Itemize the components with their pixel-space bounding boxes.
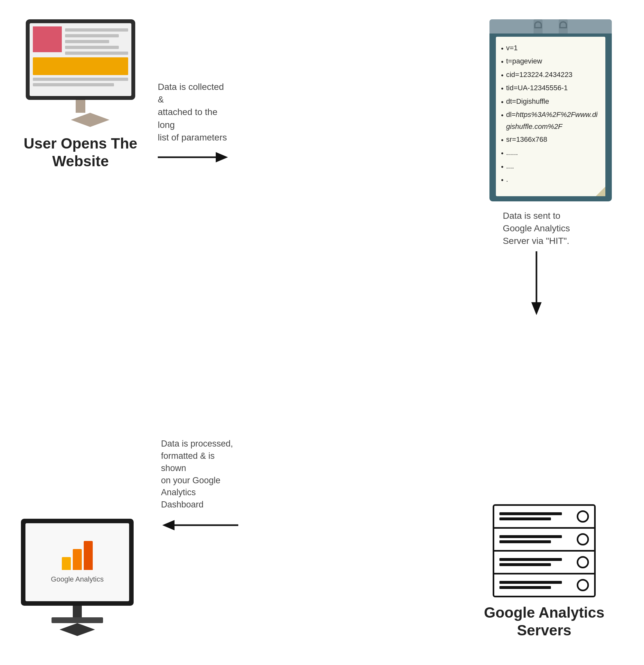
screen-line	[65, 52, 128, 55]
screen-text-lines	[65, 26, 128, 55]
screen-yellow-block	[33, 57, 128, 75]
arrow-down-svg	[527, 251, 546, 316]
list-item: •sr=1366x768	[501, 133, 600, 146]
list-item: •dt=Digishuffle	[501, 95, 600, 108]
arrow-down-label: Data is sent to Google Analytics Server …	[503, 209, 570, 247]
server-line	[500, 540, 551, 543]
server-lines	[500, 535, 573, 543]
user-opens-website-title: User Opens The Website	[13, 135, 148, 170]
clipboard: •v=1 •t=pageview •cid=123224.2434223 •ti…	[489, 19, 612, 202]
arrow-data-sent: Data is sent to Google Analytics Server …	[503, 209, 570, 317]
server-circle	[577, 533, 589, 546]
ga-foot-left	[60, 623, 77, 636]
svg-marker-5	[162, 520, 175, 530]
ga-foot-right	[77, 623, 95, 636]
list-item: •......	[501, 147, 600, 159]
list-item: •.	[501, 173, 600, 186]
ga-bar-3	[84, 541, 93, 570]
server-lines	[500, 581, 573, 589]
clipboard-clip-right	[559, 19, 568, 34]
list-item: •tid=UA-12345556-1	[501, 82, 600, 94]
svg-marker-3	[531, 302, 542, 315]
clipboard-paper: •v=1 •t=pageview •cid=123224.2434223 •ti…	[496, 37, 605, 196]
list-item: •v=1	[501, 42, 600, 54]
ga-screen-label: Google Analytics	[51, 575, 104, 584]
clipboard-top	[489, 19, 612, 34]
ga-monitor-outer: Google Analytics	[21, 519, 134, 606]
ga-stand-base	[52, 617, 103, 623]
screen-bottom-lines	[33, 78, 128, 86]
server-line	[500, 517, 551, 520]
arrow-right-svg	[158, 148, 229, 167]
server-line	[500, 563, 551, 566]
server-section: Google Analytics Servers	[476, 504, 612, 639]
server-lines	[500, 512, 573, 520]
ga-monitor-screen: Google Analytics	[25, 523, 129, 601]
ga-bar-1	[62, 557, 71, 570]
server-unit-1	[494, 506, 594, 529]
server-circle	[577, 510, 589, 522]
monitor-foot-right	[90, 113, 110, 127]
monitor-stand-neck	[76, 100, 85, 113]
ga-stand-neck	[73, 606, 82, 617]
list-item: •....	[501, 160, 600, 173]
server-line	[500, 586, 551, 589]
list-item: •t=pageview	[501, 55, 600, 68]
ga-logo-bars	[62, 541, 93, 570]
monitor-screen	[30, 23, 131, 96]
monitor-illustration	[26, 19, 135, 127]
svg-marker-1	[216, 152, 228, 163]
arrow-top-label: Data is collected & attached to the long…	[158, 80, 229, 144]
server-unit-3	[494, 552, 594, 574]
arrow-data-processed: Data is processed, formatted & is shown …	[161, 438, 238, 536]
ga-monitor-wrapper: Google Analytics	[9, 519, 145, 636]
server-circle	[577, 556, 589, 568]
server-lines	[500, 558, 573, 566]
ga-bar-2	[73, 549, 82, 570]
server-line	[500, 558, 562, 561]
screen-line	[65, 34, 119, 37]
server-unit-2	[494, 529, 594, 552]
clipboard-section: •v=1 •t=pageview •cid=123224.2434223 •ti…	[489, 19, 618, 202]
screen-red-block	[33, 26, 62, 52]
diagram-container: User Opens The Website Data is collected…	[0, 0, 644, 665]
server-rack	[493, 504, 596, 597]
computer-section: User Opens The Website	[13, 19, 148, 170]
screen-line	[65, 46, 119, 49]
monitor-outer	[26, 19, 135, 100]
clipboard-params-list: •v=1 •t=pageview •cid=123224.2434223 •ti…	[501, 42, 600, 186]
server-line	[500, 512, 562, 515]
screen-line	[33, 78, 128, 81]
screen-line	[33, 83, 114, 86]
list-item: •dl=https%3A%2F%2Fwww.digishuffle.com%2F	[501, 109, 600, 133]
server-title: Google Analytics Servers	[476, 604, 612, 639]
server-unit-4	[494, 574, 594, 596]
clipboard-clip-left	[533, 19, 543, 34]
monitor-foot-left	[71, 113, 90, 127]
ga-section: Google Analytics	[9, 519, 145, 636]
screen-line	[65, 28, 128, 32]
ga-feet	[9, 623, 145, 636]
list-item: •cid=123224.2434223	[501, 69, 600, 81]
screen-line	[65, 40, 109, 43]
server-line	[500, 535, 562, 538]
arrow-data-collected: Data is collected & attached to the long…	[158, 80, 229, 167]
arrow-left-svg	[161, 515, 238, 535]
server-line	[500, 581, 562, 584]
arrow-left-label: Data is processed, formatted & is shown …	[161, 438, 238, 511]
server-circle	[577, 579, 589, 591]
